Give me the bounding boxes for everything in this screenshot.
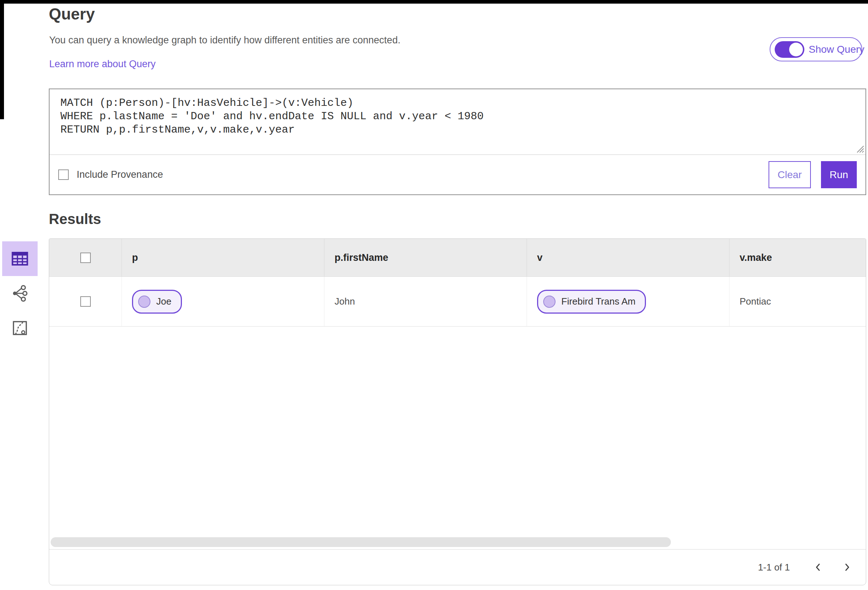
page-title: Query [49,5,95,23]
previous-page-button[interactable] [807,556,829,578]
entity-pill-label: Firebird Trans Am [561,296,635,307]
toggle-knob [789,43,803,56]
entity-pill-label: Joe [156,296,171,307]
column-header-v-make[interactable]: v.make [729,239,866,277]
cell-p-firstname: John [324,277,527,326]
results-view-rail [2,241,38,346]
table-icon [9,248,30,269]
window-left-border [0,0,4,119]
results-table: p p.firstName v v.make Joe John Firebird… [49,238,866,585]
query-editor-footer: Include Provenance Clear Run [50,155,865,194]
select-all-cell [49,239,121,277]
entity-pill-vehicle[interactable]: Firebird Trans Am [537,290,646,313]
pagination-range: 1-1 of 1 [758,562,790,573]
include-provenance-label: Include Provenance [77,169,163,180]
column-header-p-firstname[interactable]: p.firstName [324,239,527,277]
clear-button[interactable]: Clear [769,161,811,188]
run-button[interactable]: Run [821,161,857,188]
cell-v: Firebird Trans Am [527,277,729,326]
query-editor-panel: MATCH (p:Person)-[hv:HasVehicle]->(v:Veh… [49,88,866,195]
cell-p: Joe [121,277,324,326]
column-header-v[interactable]: v [527,239,729,277]
table-row: Joe John Firebird Trans Am Pontiac [49,277,866,327]
query-page: Query Show Query You can query a knowled… [0,0,868,590]
learn-more-link[interactable]: Learn more about Query [49,59,155,70]
chevron-right-icon [841,562,853,573]
query-input[interactable]: MATCH (p:Person)-[hv:HasVehicle]->(v:Veh… [50,89,865,154]
page-description: You can query a knowledge graph to ident… [49,35,400,46]
table-view-button[interactable] [2,241,38,276]
network-icon [10,284,29,303]
map-view-button[interactable] [2,311,38,346]
table-footer: 1-1 of 1 [49,550,866,585]
table-empty-area [49,327,866,535]
query-buttons: Clear Run [769,161,857,188]
next-page-button[interactable] [836,556,858,578]
graph-view-button[interactable] [2,276,38,311]
show-query-label: Show Query [809,44,864,55]
horizontal-scrollbar [49,535,866,550]
window-top-border [0,0,868,4]
entity-pill-person[interactable]: Joe [132,290,182,313]
query-editor-wrap: MATCH (p:Person)-[hv:HasVehicle]->(v:Veh… [50,89,865,155]
horizontal-scrollbar-thumb[interactable] [51,537,671,547]
cell-v-make: Pontiac [729,277,866,326]
chevron-left-icon [812,562,824,573]
column-header-p[interactable]: p [121,239,324,277]
row-select-cell [49,277,121,326]
toggle-switch-icon[interactable] [775,41,805,58]
select-all-checkbox[interactable] [80,253,91,263]
results-table-header: p p.firstName v v.make [49,239,866,277]
entity-node-icon [138,296,151,308]
map-icon [11,319,29,337]
include-provenance-option[interactable]: Include Provenance [58,169,163,180]
results-heading: Results [49,211,101,227]
entity-node-icon [543,296,555,308]
row-checkbox[interactable] [80,296,91,307]
include-provenance-checkbox[interactable] [58,169,69,180]
show-query-toggle[interactable]: Show Query [770,37,862,62]
